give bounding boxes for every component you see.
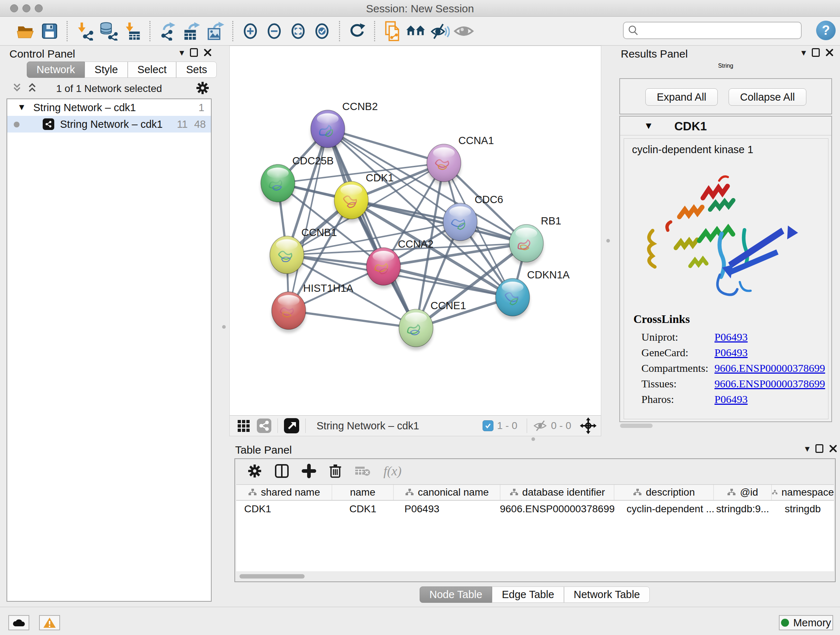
panel-menu-icon[interactable]: ▾ (805, 444, 810, 453)
show-glass-effect-button[interactable] (452, 20, 476, 42)
expand-all-button[interactable]: Expand All (645, 88, 718, 106)
save-session-button[interactable] (38, 20, 62, 42)
right-splitter-handle[interactable] (606, 239, 610, 242)
tab-string-results[interactable]: String (707, 61, 744, 71)
network-node-CCNA1[interactable]: CCNA1 (427, 135, 494, 185)
zoom-selected-button[interactable] (310, 20, 334, 42)
tab-network[interactable]: Network (27, 62, 85, 78)
refresh-button[interactable] (345, 20, 369, 42)
genecard-link[interactable]: P06493 (714, 347, 748, 359)
network-column-icon (772, 488, 778, 497)
node-table: shared name name canonical name database… (236, 485, 834, 571)
pharos-link[interactable]: P06493 (714, 393, 748, 405)
tab-edge-table[interactable]: Edge Table (492, 586, 564, 603)
refresh-icon (347, 22, 366, 41)
memory-button[interactable]: Memory (779, 615, 833, 630)
string-documents-button[interactable] (380, 20, 404, 42)
zoom-out-button[interactable] (262, 20, 286, 42)
tab-sets[interactable]: Sets (176, 62, 217, 78)
collapse-all-button[interactable]: Collapse All (729, 88, 806, 106)
network-canvas[interactable]: CCNB2CCNA1CDC25BCDK1CDC6RB1CCNB1CCNA2CDK… (230, 46, 602, 416)
window-title: Session: New Session (0, 3, 840, 15)
network-collection-row[interactable]: ▼ String Network – cdk1 1 (7, 99, 211, 116)
export-table-button[interactable] (180, 20, 203, 42)
delete-table-button[interactable] (355, 464, 370, 478)
tab-network-table[interactable]: Network Table (564, 586, 650, 603)
crosslinks-title: CrossLinks (633, 312, 825, 326)
float-panel-icon[interactable] (190, 48, 198, 57)
column-header-name[interactable]: name (332, 485, 393, 500)
grid-view-icon[interactable] (237, 419, 250, 432)
import-table-icon (123, 22, 142, 41)
network-node-CCNB1[interactable]: CCNB1 (270, 226, 337, 277)
tab-select[interactable]: Select (128, 62, 177, 78)
table-settings-button[interactable] (248, 464, 262, 478)
float-panel-icon[interactable] (815, 444, 823, 453)
import-network-file-button[interactable] (73, 20, 96, 42)
zoom-in-icon (241, 22, 260, 41)
gene-header-row[interactable]: ▼ CDK1 (620, 117, 831, 135)
zoom-in-button[interactable] (238, 20, 262, 42)
network-node-CDKN1A[interactable]: CDKN1A (496, 269, 570, 319)
import-table-button[interactable] (120, 20, 144, 42)
node-label: CDK1 (366, 172, 393, 184)
detach-view-icon[interactable] (284, 418, 300, 434)
uniprot-link[interactable]: P06493 (714, 331, 748, 343)
close-panel-icon[interactable] (204, 49, 212, 57)
table-horizontal-scrollbar[interactable] (238, 573, 834, 579)
string-home-button[interactable] (404, 20, 428, 42)
network-node-CCNE1[interactable]: CCNE1 (399, 300, 466, 350)
tab-node-table[interactable]: Node Table (420, 586, 492, 603)
open-session-button[interactable] (14, 20, 38, 42)
birds-eye-position-icon[interactable] (580, 417, 597, 434)
gear-icon[interactable] (196, 81, 210, 95)
float-panel-icon[interactable] (812, 48, 820, 57)
close-panel-icon[interactable] (826, 49, 834, 57)
warnings-button[interactable] (39, 615, 60, 630)
panel-menu-icon[interactable]: ▾ (180, 48, 184, 57)
column-header-shared-name[interactable]: shared name (236, 485, 332, 500)
delete-column-button[interactable] (328, 463, 342, 478)
network-edge[interactable] (289, 310, 416, 328)
network-edge[interactable] (328, 129, 416, 328)
compartments-link[interactable]: 9606.ENSP00000378699 (714, 362, 825, 374)
network-node-RB1[interactable]: RB1 (509, 215, 561, 265)
column-header-namespace[interactable]: namespace (772, 485, 834, 500)
network-share-view-icon[interactable] (256, 418, 272, 433)
import-network-database-button[interactable] (96, 20, 120, 42)
left-splitter-handle[interactable] (222, 325, 226, 329)
gene-symbol: CDK1 (674, 119, 707, 133)
hide-eye-icon (430, 22, 450, 40)
network-node-HIST1H1A[interactable]: HIST1H1A (272, 282, 354, 333)
column-header-description[interactable]: description (614, 485, 714, 500)
network-row[interactable]: String Network – cdk1 11 48 (7, 116, 211, 133)
control-panel-title: Control Panel (9, 48, 75, 60)
tissues-link[interactable]: 9606.ENSP00000378699 (714, 378, 825, 390)
network-view-title: String Network – cdk1 (317, 420, 480, 432)
gene-expand-icon[interactable]: ▼ (644, 120, 653, 131)
table-box: f(x) shared name name canonical name (234, 458, 836, 582)
tree-expand-icon[interactable]: ▼ (17, 102, 26, 112)
hide-glass-effect-button[interactable] (428, 20, 452, 42)
select-columns-button[interactable] (274, 463, 289, 478)
add-column-button[interactable] (302, 464, 316, 478)
tab-style[interactable]: Style (85, 62, 127, 78)
column-header-id[interactable]: @id (714, 485, 772, 500)
help-button[interactable]: ? (816, 21, 836, 40)
search-input[interactable] (643, 25, 801, 36)
column-header-database-identifier[interactable]: database identifier (500, 485, 614, 500)
column-header-canonical-name[interactable]: canonical name (393, 485, 500, 500)
scrollbar-thumb[interactable] (240, 574, 305, 578)
cloud-status-button[interactable] (8, 615, 29, 630)
fit-content-icon (289, 22, 308, 41)
panel-menu-icon[interactable]: ▾ (801, 48, 806, 57)
selected-checkbox-icon[interactable] (483, 420, 493, 431)
function-builder-button[interactable]: f(x) (384, 463, 401, 478)
fit-content-button[interactable] (286, 20, 310, 42)
export-network-button[interactable] (156, 20, 180, 42)
bottom-splitter-handle[interactable] (531, 437, 535, 441)
export-image-button[interactable] (203, 20, 227, 42)
results-scrollbar[interactable] (620, 424, 653, 428)
table-row[interactable]: CDK1 CDK1 P06493 9606.ENSP00000378699 cy… (236, 501, 834, 517)
close-panel-icon[interactable] (829, 445, 837, 453)
